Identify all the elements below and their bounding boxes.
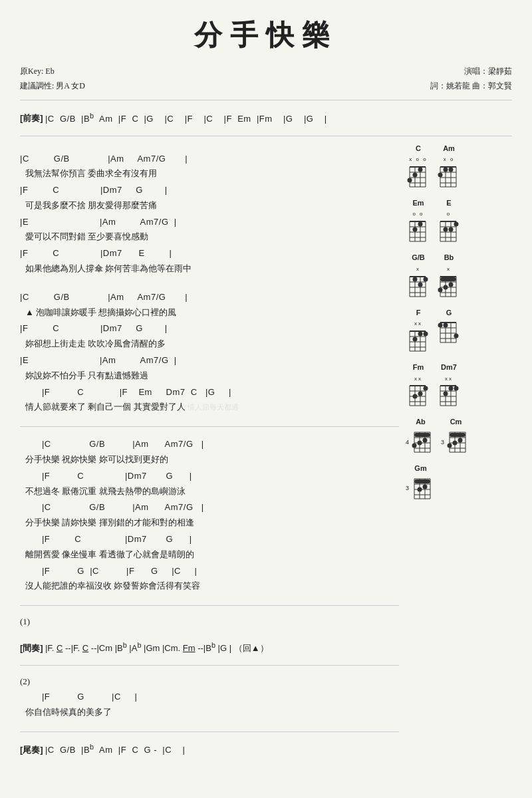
prelude-label: [前奏] bbox=[20, 114, 43, 124]
chorus-block: |C G/B |Am Am7/G | 分手快樂 祝妳快樂 妳可以找到更好的 |F… bbox=[20, 434, 399, 598]
verse-chorus-divider bbox=[20, 426, 399, 427]
interlude-label: [間奏] bbox=[20, 643, 43, 653]
chord-Am: Am x o bbox=[436, 143, 462, 190]
verse1-lyric1: 我無法幫你預言 委曲求全有沒有用 bbox=[20, 167, 399, 181]
singer: 演唱：梁靜茹 bbox=[430, 65, 512, 79]
chord-F: F xx bbox=[406, 307, 431, 354]
svg-point-23 bbox=[438, 172, 443, 177]
svg-point-145 bbox=[448, 444, 452, 448]
svg-point-82 bbox=[418, 332, 423, 336]
verse1-lyric4: 如果他總為別人撐傘 妳何苦非為他等在雨中 bbox=[20, 262, 399, 276]
svg-point-107 bbox=[413, 394, 418, 399]
prelude-chords: |C G/B |Bb Am |F C |G |C |F |C |F Em |Fm… bbox=[45, 114, 327, 124]
original-key: 原Key: Eb bbox=[20, 65, 85, 79]
verse1-chord3: |E |Am Am7/G | bbox=[20, 215, 399, 229]
chord-row-7: Gm 3 bbox=[406, 463, 512, 503]
svg-point-46 bbox=[444, 227, 448, 232]
chorus-interlude-divider bbox=[20, 605, 399, 606]
chord-row-1: C x o o bbox=[406, 143, 512, 191]
svg-point-81 bbox=[424, 332, 428, 336]
page-container: 分手快樂 原Key: Eb 建議調性: 男A 女D 演唱：梁靜茹 詞：姚若龍 曲… bbox=[20, 13, 512, 765]
chorus-lyric3: 分手快樂 請妳快樂 揮別錯的才能和對的相逢 bbox=[20, 516, 399, 530]
chord-row-4: F xx bbox=[406, 307, 512, 355]
watermark: 情人節每天都過 bbox=[188, 403, 239, 411]
svg-rect-68 bbox=[440, 277, 456, 281]
svg-point-22 bbox=[444, 167, 448, 172]
chorus-chord2: |F C |Dm7 G | bbox=[20, 469, 399, 483]
prelude-block: [前奏] |C G/B |Bb Am |F C |G |C |F |C |F E… bbox=[20, 107, 512, 128]
verse1-chord1: |C G/B |Am Am7/G | bbox=[20, 152, 399, 166]
svg-point-56 bbox=[424, 277, 428, 281]
svg-point-57 bbox=[418, 282, 423, 287]
chord-GB: G/B x bbox=[406, 252, 431, 299]
section1-block: (1) bbox=[20, 612, 399, 632]
verse1-block: |C G/B |Am Am7/G | 我無法幫你預言 委曲求全有沒有用 |F C… bbox=[20, 148, 399, 281]
svg-point-157 bbox=[418, 487, 422, 491]
main-content: |C G/B |Am Am7/G | 我無法幫你預言 委曲求全有沒有用 |F C… bbox=[20, 143, 512, 765]
verse2-lyric3: 妳說妳不怕分手 只有點遺憾難過 bbox=[20, 369, 399, 383]
svg-point-58 bbox=[413, 277, 418, 281]
chorus-lyric4: 離開舊愛 像坐慢車 看透徹了心就會是晴朗的 bbox=[20, 548, 399, 562]
chord-diagrams: C x o o bbox=[406, 143, 512, 765]
verse2-chord1: |C G/B |Am Am7/G | bbox=[20, 291, 399, 305]
svg-point-94 bbox=[454, 334, 459, 338]
svg-point-143 bbox=[458, 438, 463, 443]
section2-block: (2) |F G |C | 你自信時候真的美多了 bbox=[20, 672, 399, 724]
chord-Cm: Cm 3 bbox=[441, 416, 471, 455]
chorus-lyric2: 不想過冬 厭倦沉重 就飛去熱帶的島嶼游泳 bbox=[20, 485, 399, 499]
svg-point-95 bbox=[438, 323, 443, 328]
verse1-chord2: |F C |Dm7 G | bbox=[20, 184, 399, 198]
svg-point-132 bbox=[412, 444, 417, 448]
interlude-block: [間奏] |F. C --|F. C --|Cm |Bb |Ab |Gm |Cm… bbox=[20, 637, 399, 658]
verse2-chord3: |E |Am Am7/G | bbox=[20, 354, 399, 368]
section2-lyric: 你自信時候真的美多了 bbox=[20, 706, 399, 720]
chord-Fm: Fm xx bbox=[406, 362, 431, 408]
svg-point-131 bbox=[418, 441, 422, 446]
svg-point-9 bbox=[418, 167, 423, 172]
outro-label: [尾奏] bbox=[20, 745, 43, 755]
verse2-chord2: |F C |Dm7 G | bbox=[20, 322, 399, 336]
svg-rect-142 bbox=[450, 433, 466, 437]
svg-point-119 bbox=[444, 392, 448, 396]
svg-point-118 bbox=[449, 386, 454, 391]
chord-Em: Em o o bbox=[406, 198, 431, 244]
chord-Ab: Ab 4 bbox=[406, 416, 436, 455]
verse2-chord4: |F C |F Em Dm7 C |G | bbox=[20, 386, 399, 400]
verse1-lyric2: 可是我多麼不捨 朋友愛得那麼苦痛 bbox=[20, 199, 399, 213]
svg-point-69 bbox=[449, 282, 454, 287]
svg-point-105 bbox=[424, 386, 428, 391]
interlude-chords: |F. C --|F. C --|Cm |Bb |Ab |Gm |Cm. Fm … bbox=[45, 643, 269, 653]
chorus-lyric1: 分手快樂 祝妳快樂 妳可以找到更好的 bbox=[20, 453, 399, 467]
chord-Gm: Gm 3 bbox=[406, 463, 436, 501]
section2-outro-divider bbox=[20, 732, 399, 732]
verse2-lyric1: ▲ 泡咖啡讓妳暖手 想摘攝妳心口裡的風 bbox=[20, 306, 399, 320]
svg-point-93 bbox=[444, 323, 448, 328]
outro-chords: |C G/B |Bb Am |F C G - |C | bbox=[45, 745, 185, 755]
chord-row-6: Ab 4 bbox=[406, 416, 512, 456]
meta-left: 原Key: Eb 建議調性: 男A 女D bbox=[20, 65, 85, 93]
chord-C: C x o o bbox=[406, 143, 431, 190]
chord-Dm7: Dm7 xx bbox=[436, 362, 462, 408]
svg-point-156 bbox=[423, 484, 428, 489]
svg-point-33 bbox=[418, 222, 423, 227]
interlude-section2-divider bbox=[20, 665, 399, 666]
svg-point-34 bbox=[413, 227, 418, 232]
song-title: 分手快樂 bbox=[20, 13, 512, 58]
svg-point-44 bbox=[454, 222, 459, 227]
svg-point-11 bbox=[408, 178, 412, 182]
svg-point-130 bbox=[423, 438, 428, 443]
chorus-chord1: |C G/B |Am Am7/G | bbox=[20, 438, 399, 452]
svg-point-70 bbox=[444, 285, 448, 289]
svg-point-10 bbox=[413, 172, 418, 177]
lyrics-section: |C G/B |Am Am7/G | 我無法幫你預言 委曲求全有沒有用 |F C… bbox=[20, 143, 399, 765]
verse2-block: |C G/B |Am Am7/G | ▲ 泡咖啡讓妳暖手 想摘攝妳心口裡的風 |… bbox=[20, 287, 399, 420]
section2-label: (2) bbox=[20, 675, 399, 689]
chord-E: E o bbox=[436, 198, 462, 244]
chord-row-3: G/B x bbox=[406, 252, 512, 300]
meta-right: 演唱：梁靜茹 詞：姚若龍 曲：郭文賢 bbox=[430, 65, 512, 93]
top-divider bbox=[20, 100, 512, 100]
svg-rect-129 bbox=[414, 433, 430, 437]
svg-point-144 bbox=[453, 441, 458, 446]
outro-block: [尾奏] |C G/B |Bb Am |F C G - |C | bbox=[20, 739, 399, 760]
chorus-chord4: |F C |Dm7 G | bbox=[20, 533, 399, 547]
